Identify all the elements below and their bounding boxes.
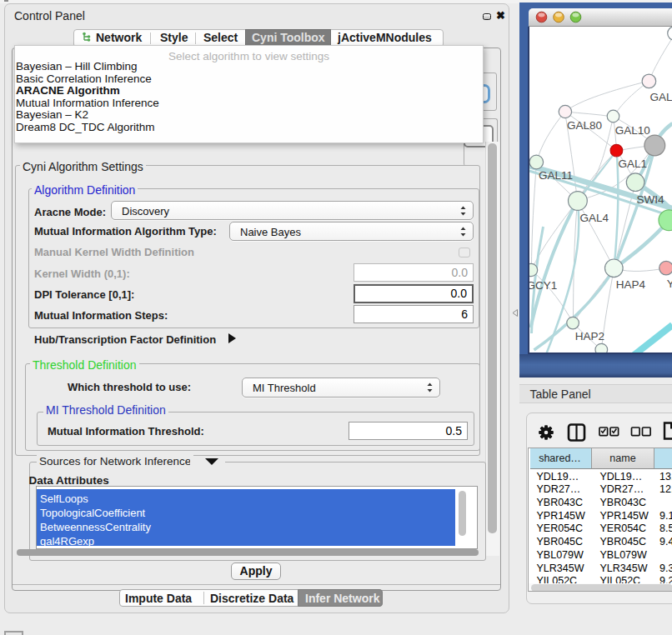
- svg-text:GAL10: GAL10: [614, 124, 649, 137]
- svg-text:GAL4: GAL4: [579, 212, 609, 224]
- svg-text:GAL11: GAL11: [538, 169, 572, 182]
- svg-text:SWI4: SWI4: [636, 193, 664, 206]
- svg-text:HAP4: HAP4: [615, 278, 645, 291]
- svg-text:GAL7: GAL7: [649, 91, 672, 103]
- svg-text:GCY1: GCY1: [529, 279, 557, 292]
- svg-text:HAP2: HAP2: [574, 330, 604, 342]
- svg-text:GAL80: GAL80: [566, 119, 601, 132]
- svg-text:GAL1: GAL1: [618, 158, 647, 170]
- svg-text:YJ: YJ: [666, 278, 672, 290]
